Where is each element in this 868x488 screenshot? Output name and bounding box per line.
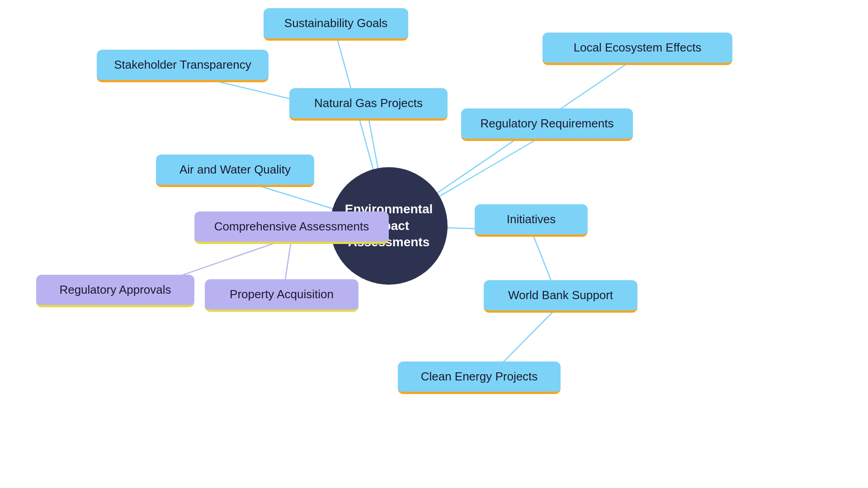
node-initiatives[interactable]: Initiatives [475,204,588,237]
comprehensive-label: Comprehensive Assessments [214,220,369,234]
stakeholder-label: Stakeholder Transparency [114,58,251,72]
node-air-water[interactable]: Air and Water Quality [156,155,314,187]
node-comprehensive[interactable]: Comprehensive Assessments [194,211,389,244]
node-regulatory-req[interactable]: Regulatory Requirements [461,108,633,141]
initiatives-label: Initiatives [507,212,556,226]
sustainability-label: Sustainability Goals [284,16,387,30]
node-stakeholder[interactable]: Stakeholder Transparency [97,50,269,82]
regulatory-app-label: Regulatory Approvals [59,283,171,297]
node-clean-energy[interactable]: Clean Energy Projects [398,361,561,394]
clean-energy-label: Clean Energy Projects [421,370,538,384]
node-local-ecosystem[interactable]: Local Ecosystem Effects [542,33,732,65]
mind-map: Environmental Impact Assessments Sustain… [0,0,868,488]
node-sustainability[interactable]: Sustainability Goals [264,8,408,41]
node-regulatory-app[interactable]: Regulatory Approvals [36,275,194,307]
property-label: Property Acquisition [230,287,334,301]
node-natural-gas[interactable]: Natural Gas Projects [289,88,448,121]
world-bank-label: World Bank Support [508,288,613,302]
node-world-bank[interactable]: World Bank Support [484,280,637,313]
regulatory-req-label: Regulatory Requirements [481,117,614,131]
natural-gas-label: Natural Gas Projects [314,96,423,110]
air-water-label: Air and Water Quality [179,163,291,177]
node-property[interactable]: Property Acquisition [205,279,359,312]
local-ecosystem-label: Local Ecosystem Effects [574,41,702,55]
